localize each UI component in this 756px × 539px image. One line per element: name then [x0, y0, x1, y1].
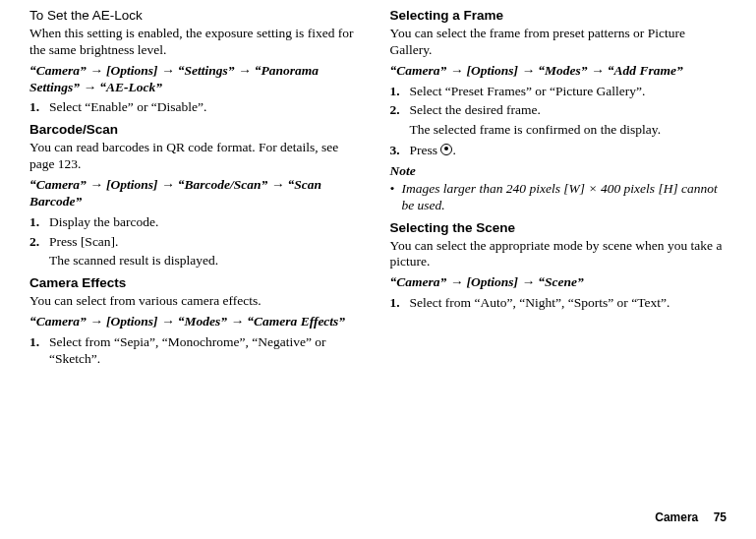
barcode-heading: Barcode/Scan [29, 122, 367, 139]
step-text: Press . [410, 143, 727, 159]
frame-result: The selected frame is confirmed on the d… [410, 122, 727, 139]
footer-section: Camera [655, 510, 698, 524]
bullet-icon: • [390, 181, 402, 214]
step-text: Select the desired frame. [410, 102, 727, 119]
section-barcode: Barcode/Scan You can read barcodes in QR… [29, 122, 367, 270]
effects-heading: Camera Effects [29, 275, 367, 292]
step-text: Select “Enable” or “Disable”. [49, 99, 367, 116]
frame-step1: 1. Select “Preset Frames” or “Picture Ga… [390, 84, 727, 100]
barcode-step2: 2. Press [Scan]. [29, 234, 367, 251]
frame-heading: Selecting a Frame [390, 8, 727, 25]
scene-body: You can select the appropriate mode by s… [390, 238, 727, 271]
section-note: Note • Images larger than 240 pixels [W]… [390, 163, 727, 214]
ok-button-icon [440, 144, 452, 155]
barcode-result: The scanned result is displayed. [49, 253, 367, 270]
effects-body: You can select from various camera effec… [29, 293, 367, 310]
page-footer: Camera 75 [655, 510, 727, 525]
aelock-body: When this setting is enabled, the exposu… [29, 26, 367, 59]
left-column: To Set the AE-Lock When this setting is … [29, 8, 367, 371]
step-text: Press [Scan]. [49, 234, 367, 251]
effects-path: “Camera” → [Options] → “Modes” → “Camera… [29, 314, 367, 330]
barcode-step1: 1. Display the barcode. [29, 214, 367, 231]
section-aelock: To Set the AE-Lock When this setting is … [29, 8, 367, 116]
frame-path: “Camera” → [Options] → “Modes” → “Add Fr… [390, 63, 727, 80]
step-number: 1. [29, 334, 49, 368]
step-number: 2. [390, 102, 410, 119]
effects-step1: 1. Select from “Sepia”, “Monochrome”, “N… [29, 334, 367, 368]
step-number: 1. [29, 214, 49, 231]
frame-step2: 2. Select the desired frame. [390, 102, 727, 119]
step3-suffix: . [452, 143, 455, 157]
frame-body: You can select the frame from preset pat… [390, 26, 727, 59]
barcode-path: “Camera” → [Options] → “Barcode/Scan” → … [29, 177, 367, 210]
step-text: Select “Preset Frames” or “Picture Galle… [410, 84, 727, 100]
step-text: Select from “Auto”, “Night”, “Sports” or… [410, 295, 727, 312]
columns: To Set the AE-Lock When this setting is … [29, 8, 727, 371]
page: To Set the AE-Lock When this setting is … [0, 0, 756, 539]
section-effects: Camera Effects You can select from vario… [29, 275, 367, 367]
step3-prefix: Press [410, 143, 441, 157]
aelock-step1: 1. Select “Enable” or “Disable”. [29, 99, 367, 116]
note-label: Note [390, 163, 727, 180]
frame-step3: 3. Press . [390, 143, 727, 159]
barcode-body: You can read barcodes in QR code format.… [29, 140, 367, 173]
step-text: Display the barcode. [49, 214, 367, 231]
step-text: Select from “Sepia”, “Monochrome”, “Nega… [49, 334, 367, 368]
scene-path: “Camera” → [Options] → “Scene” [390, 274, 727, 291]
section-frame: Selecting a Frame You can select the fra… [390, 8, 727, 159]
aelock-heading: To Set the AE-Lock [29, 8, 367, 25]
aelock-path: “Camera” → [Options] → “Settings” → “Pan… [29, 63, 367, 96]
step-number: 1. [29, 99, 49, 116]
note-text: Images larger than 240 pixels [W] × 400 … [402, 181, 727, 214]
step-number: 1. [390, 295, 410, 312]
section-scene: Selecting the Scene You can select the a… [390, 220, 727, 312]
step-number: 2. [29, 234, 49, 251]
step-number: 3. [390, 143, 410, 159]
scene-step1: 1. Select from “Auto”, “Night”, “Sports”… [390, 295, 727, 312]
right-column: Selecting a Frame You can select the fra… [390, 8, 727, 371]
scene-heading: Selecting the Scene [390, 220, 727, 237]
note-item: • Images larger than 240 pixels [W] × 40… [390, 181, 727, 214]
step-number: 1. [390, 84, 410, 100]
footer-page-number: 75 [714, 510, 727, 524]
